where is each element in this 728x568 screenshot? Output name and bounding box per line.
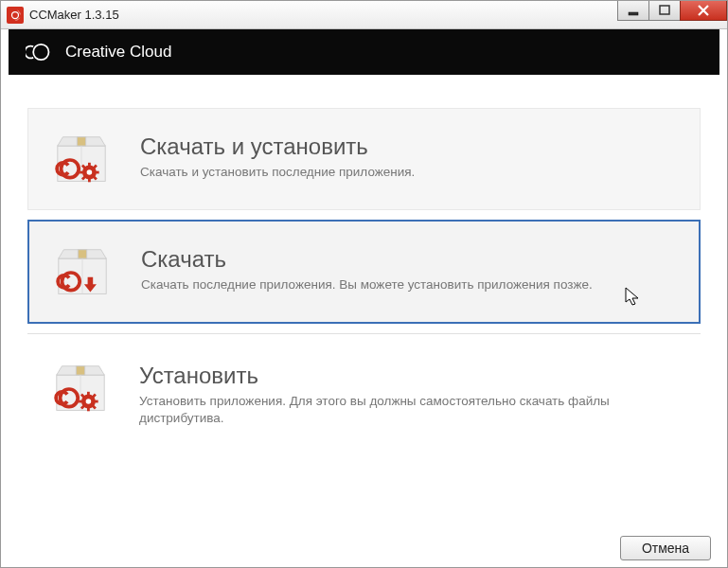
svg-rect-3	[660, 6, 669, 14]
svg-line-36	[81, 395, 84, 398]
maximize-button[interactable]	[648, 0, 681, 21]
svg-point-31	[86, 399, 92, 404]
creative-cloud-icon	[26, 39, 52, 65]
option-title: Скачать	[141, 246, 678, 273]
svg-point-11	[87, 169, 93, 175]
svg-point-0	[12, 11, 19, 18]
option-download[interactable]: Скачать Скачать последние приложения. Вы…	[27, 220, 701, 324]
box-gear-icon	[49, 133, 114, 186]
window-titlebar: CCMaker 1.3.15	[1, 1, 727, 29]
svg-rect-7	[77, 137, 85, 146]
option-install[interactable]: Установить Установить приложения. Для эт…	[27, 333, 701, 450]
option-desc: Установить приложения. Для этого вы долж…	[139, 393, 680, 427]
maximize-icon	[659, 5, 670, 16]
minimize-button[interactable]	[617, 0, 649, 21]
option-desc: Скачать и установить последние приложени…	[140, 164, 679, 181]
option-title: Скачать и установить	[140, 133, 679, 160]
svg-point-4	[33, 44, 48, 60]
footer: Отмена	[620, 536, 711, 560]
svg-rect-27	[76, 366, 84, 375]
window-controls	[618, 0, 727, 21]
window-title: CCMaker 1.3.15	[29, 8, 119, 22]
svg-line-18	[82, 177, 85, 180]
option-text: Установить Установить приложения. Для эт…	[139, 361, 680, 427]
svg-line-19	[94, 166, 97, 169]
header-title: Creative Cloud	[65, 43, 171, 62]
minimize-icon	[628, 5, 639, 16]
svg-line-38	[81, 406, 84, 409]
cancel-button[interactable]: Отмена	[620, 536, 711, 560]
box-settings-icon	[48, 363, 113, 416]
close-icon	[697, 4, 710, 17]
box-download-icon	[50, 246, 115, 299]
svg-line-17	[94, 177, 97, 180]
svg-line-37	[93, 406, 96, 409]
app-icon	[7, 7, 24, 24]
svg-rect-2	[629, 12, 638, 15]
svg-line-16	[82, 166, 85, 169]
svg-rect-22	[78, 250, 86, 258]
option-title: Установить	[139, 363, 680, 389]
option-desc: Скачать последние приложения. Вы можете …	[141, 276, 678, 293]
option-text: Скачать и установить Скачать и установит…	[140, 132, 679, 181]
main-content: Скачать и установить Скачать и установит…	[1, 75, 727, 459]
option-text: Скачать Скачать последние приложения. Вы…	[141, 244, 678, 293]
option-download-install[interactable]: Скачать и установить Скачать и установит…	[27, 108, 701, 210]
app-header: Creative Cloud	[9, 29, 719, 75]
close-button[interactable]	[680, 0, 727, 21]
svg-line-39	[93, 395, 96, 398]
